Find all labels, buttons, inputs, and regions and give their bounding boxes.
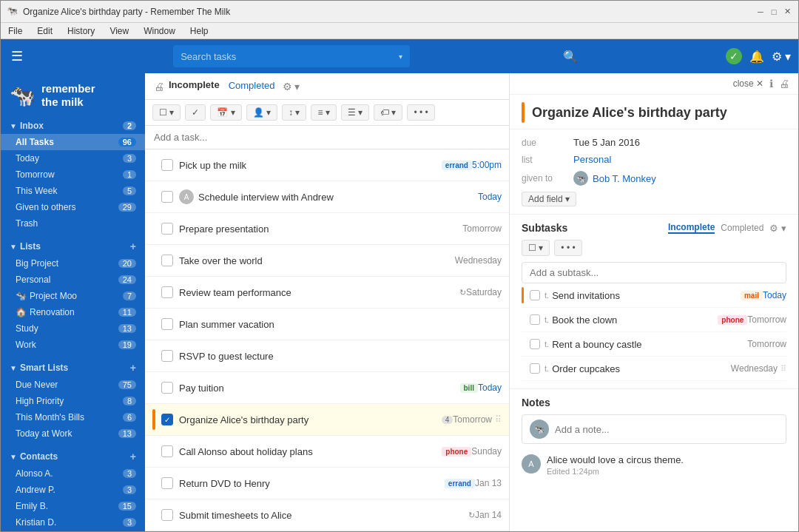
tab-completed[interactable]: Completed — [229, 80, 275, 92]
sidebar-item-kristian[interactable]: Kristian D. 3 — [1, 514, 145, 531]
add-note-input[interactable] — [555, 424, 778, 435]
close-button[interactable]: ✕ — [782, 7, 792, 17]
add-task-input[interactable] — [154, 132, 500, 143]
task-checkbox[interactable]: ✓ — [161, 414, 173, 425]
menu-view[interactable]: View — [107, 24, 132, 38]
menu-edit[interactable]: Edit — [34, 24, 55, 38]
task-row[interactable]: Review team performance ↻ Saturday — [145, 277, 509, 309]
search-input[interactable] — [181, 51, 399, 62]
subtask-row[interactable]: t. Send invitations mail Today — [522, 283, 786, 308]
print-detail-icon[interactable]: 🖨 — [779, 78, 789, 90]
subtask-checkbox[interactable] — [530, 339, 540, 349]
smart-lists-header[interactable]: ▼ Smart Lists + — [1, 359, 145, 377]
task-row[interactable]: RSVP to guest lecture — [145, 340, 509, 372]
menu-help[interactable]: Help — [187, 24, 212, 38]
task-checkbox[interactable] — [161, 191, 173, 203]
assign-button[interactable]: 👤 ▾ — [246, 104, 277, 121]
given-to-value[interactable]: Bob T. Monkey — [593, 173, 656, 184]
sidebar-item-personal[interactable]: Personal 24 — [1, 272, 145, 288]
sidebar-item-renovation[interactable]: 🏠 Renovation 11 — [1, 304, 145, 320]
add-contact-button[interactable]: + — [130, 451, 136, 462]
task-row[interactable]: Call Alonso about holiday plans phone Su… — [145, 436, 509, 468]
menu-window[interactable]: Window — [141, 24, 178, 38]
sidebar-item-work[interactable]: Work 19 — [1, 337, 145, 353]
view-button[interactable]: ≡ ▾ — [311, 104, 336, 121]
add-list-button[interactable]: + — [130, 240, 136, 252]
task-checkbox[interactable] — [161, 477, 173, 489]
maximize-button[interactable]: □ — [769, 7, 779, 17]
sidebar-item-all-tasks[interactable]: All Tasks 96 — [1, 134, 145, 150]
sort-button[interactable]: ↕ ▾ — [282, 104, 306, 121]
sidebar-item-alonso[interactable]: Alonso A. 3 — [1, 465, 145, 482]
info-icon[interactable]: ℹ — [769, 78, 773, 90]
task-checkbox[interactable] — [161, 445, 173, 457]
sidebar-item-omar[interactable]: Omar K. 5 — [1, 531, 145, 531]
search-button[interactable]: 🔍 — [563, 50, 578, 64]
sidebar-item-high-priority[interactable]: High Priority 8 — [1, 393, 145, 409]
subtasks-settings-icon[interactable]: ⚙ ▾ — [769, 223, 786, 234]
menu-history[interactable]: History — [64, 24, 98, 38]
tab-incomplete[interactable]: Incomplete — [169, 79, 220, 93]
list-value[interactable]: Personal — [573, 154, 611, 165]
add-subtask-input[interactable] — [522, 262, 786, 283]
subtasks-tab-incomplete[interactable]: Incomplete — [668, 222, 715, 234]
subtask-checkbox[interactable] — [530, 363, 540, 374]
sidebar-item-project-moo[interactable]: 🐄 Project Moo 7 — [1, 288, 145, 304]
subtask-row[interactable]: t. Order cupcakes Wednesday ⠿ — [522, 357, 786, 381]
sidebar-item-this-months-bills[interactable]: This Month's Bills 6 — [1, 409, 145, 425]
task-checkbox[interactable] — [161, 223, 173, 235]
lists-header[interactable]: ▼ Lists + — [1, 238, 145, 255]
search-dropdown-icon[interactable]: ▾ — [399, 53, 402, 61]
subtask-checkbox[interactable] — [530, 290, 540, 300]
print-icon[interactable]: 🖨 — [154, 81, 164, 92]
sidebar-item-trash[interactable]: Trash — [1, 215, 145, 232]
task-checkbox[interactable] — [161, 382, 173, 394]
sidebar-item-andrew[interactable]: Andrew P. 3 — [1, 482, 145, 498]
sidebar-item-today-at-work[interactable]: Today at Work 13 — [1, 425, 145, 442]
subtask-drag-handle-icon[interactable]: ⠿ — [781, 364, 786, 374]
task-checkbox[interactable] — [161, 255, 173, 266]
task-row[interactable]: A Schedule interview with Andrew Today — [145, 181, 509, 213]
subtask-select-button[interactable]: ☐ ▾ — [522, 240, 550, 256]
task-row[interactable]: Submit timesheets to Alice ↻ Jan 14 — [145, 499, 509, 531]
select-button[interactable]: ☐ ▾ — [152, 104, 181, 121]
settings-icon[interactable]: ⚙ ▾ — [772, 50, 791, 64]
format-button[interactable]: ☰ ▾ — [341, 104, 369, 121]
sidebar-item-big-project[interactable]: Big Project 20 — [1, 255, 145, 272]
drag-handle-icon[interactable]: ⠿ — [495, 414, 502, 425]
task-row-selected[interactable]: ✓ Organize Alice's birthday party 4 Tomo… — [145, 404, 509, 436]
sidebar-item-emily[interactable]: Emily B. 15 — [1, 498, 145, 514]
subtask-row[interactable]: t. Rent a bouncy castle Tomorrow — [522, 332, 786, 357]
task-checkbox[interactable] — [161, 159, 173, 171]
sidebar-item-this-week[interactable]: This Week 5 — [1, 183, 145, 199]
task-row[interactable]: Prepare presentation Tomorrow — [145, 213, 509, 245]
task-checkbox[interactable] — [161, 318, 173, 330]
task-checkbox[interactable] — [161, 286, 173, 298]
list-settings-icon[interactable]: ⚙ ▾ — [283, 81, 300, 92]
task-checkbox[interactable] — [161, 509, 173, 521]
more-button[interactable]: • • • — [407, 104, 434, 121]
task-row[interactable]: Return DVD to Henry errand Jan 13 — [145, 468, 509, 499]
sidebar-item-study[interactable]: Study 13 — [1, 320, 145, 337]
menu-file[interactable]: File — [5, 24, 25, 38]
subtask-row[interactable]: t. Book the clown phone Tomorrow — [522, 308, 786, 332]
subtask-more-button[interactable]: • • • — [554, 240, 581, 256]
detail-close-button[interactable]: close ✕ — [733, 78, 763, 89]
subtask-checkbox[interactable] — [530, 314, 540, 325]
tag-button[interactable]: 🏷 ▾ — [374, 104, 402, 121]
subtasks-tab-completed[interactable]: Completed — [721, 223, 763, 233]
task-row[interactable]: Take over the world Wednesday — [145, 245, 509, 277]
sidebar-item-due-never[interactable]: Due Never 75 — [1, 377, 145, 393]
complete-button[interactable]: ✓ — [185, 104, 206, 121]
task-row[interactable]: Pay tuition bill Today — [145, 372, 509, 404]
minimize-button[interactable]: ─ — [755, 7, 766, 17]
sidebar-item-today[interactable]: Today 3 — [1, 150, 145, 166]
task-row[interactable]: Pick up the milk errand 5:00pm — [145, 149, 509, 181]
add-field-button[interactable]: Add field ▾ — [522, 192, 576, 206]
sidebar-item-given-to-others[interactable]: Given to others 29 — [1, 199, 145, 215]
sidebar-item-tomorrow[interactable]: Tomorrow 1 — [1, 166, 145, 183]
task-row[interactable]: Plan summer vacation — [145, 309, 509, 340]
contacts-header[interactable]: ▼ Contacts + — [1, 448, 145, 465]
notifications-icon[interactable]: 🔔 — [749, 50, 764, 64]
task-checkbox[interactable] — [161, 350, 173, 362]
